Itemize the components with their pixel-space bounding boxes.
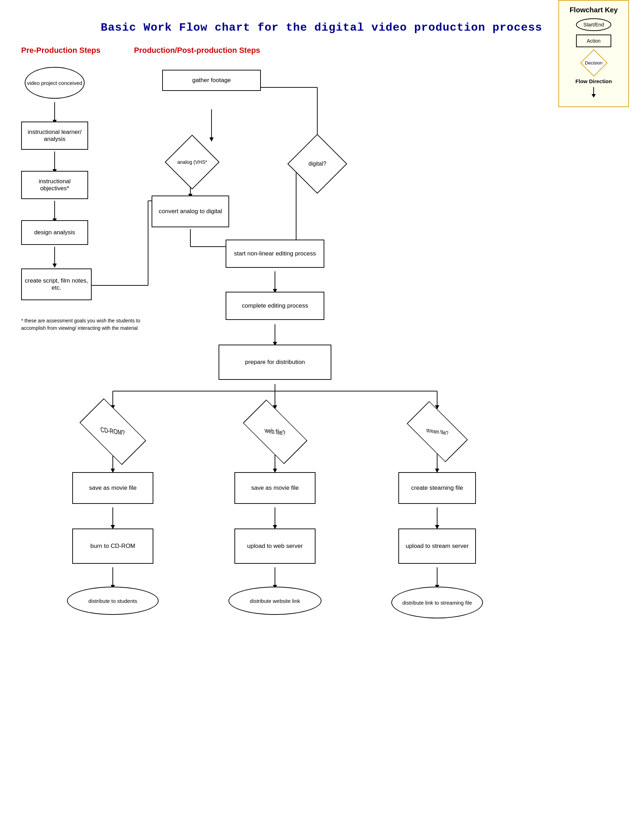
node-burn-cdrom: burn to CD-ROM [72, 529, 153, 564]
node-gather-footage: gather footage [162, 70, 261, 91]
key-item-flow: Flow Direction [565, 78, 623, 98]
key-title: Flowchart Key [565, 6, 623, 14]
key-item-start: Start/End [565, 18, 623, 31]
main-title: Basic Work Flow chart for the digital vi… [21, 21, 622, 34]
node-distribute-website: distribute website link [228, 587, 322, 615]
pre-production-header: Pre-Production Steps [21, 46, 100, 55]
node-analog-vhs: analog (VHS* [169, 139, 215, 185]
node-create-script: create script, film notes, etc. [21, 269, 91, 300]
node-prepare-distribution: prepare for distribution [219, 345, 331, 380]
node-digital: digital? [292, 139, 342, 189]
svg-marker-7 [52, 264, 57, 268]
key-rect-shape: Action [576, 34, 611, 47]
page: Basic Work Flow chart for the digital vi… [0, 0, 643, 840]
node-stream-q: stream file? [398, 409, 476, 454]
node-video-project: video project conceived [24, 67, 85, 99]
key-item-decision: Decision [565, 52, 623, 73]
key-oval-shape: Start/End [576, 18, 611, 31]
node-save-movie-web: save as movie file [234, 472, 315, 504]
node-instructional-learner: instructional learner/ analysis [21, 122, 88, 150]
node-distribute-students: distribute to students [67, 587, 158, 615]
node-upload-web: upload to web server [234, 529, 315, 564]
node-save-movie-cdrom: save as movie file [72, 472, 153, 504]
node-complete-editing: complete editing process [225, 292, 324, 320]
production-header: Production/Post-production Steps [134, 46, 260, 55]
node-start-nonlinear: start non-linear editing process [225, 239, 324, 268]
node-design-analysis: design analysis [21, 220, 88, 245]
key-item-action: Action [565, 34, 623, 47]
footnote: * these are assessment goals you wish th… [21, 317, 148, 332]
node-web-q: web file? [234, 409, 315, 454]
node-upload-stream: upload to stream server [398, 529, 476, 564]
node-instructional-objectives: instructional objectives* [21, 171, 88, 199]
flowchart-key: Flowchart Key Start/End Action Decision … [558, 0, 629, 107]
node-create-streaming: create steaming file [398, 472, 476, 504]
node-convert-analog: convert analog to digital [152, 195, 229, 227]
node-distribute-link: distribute link to streaming file [391, 587, 483, 619]
node-cdrom-q: CD-ROM? [70, 409, 155, 454]
